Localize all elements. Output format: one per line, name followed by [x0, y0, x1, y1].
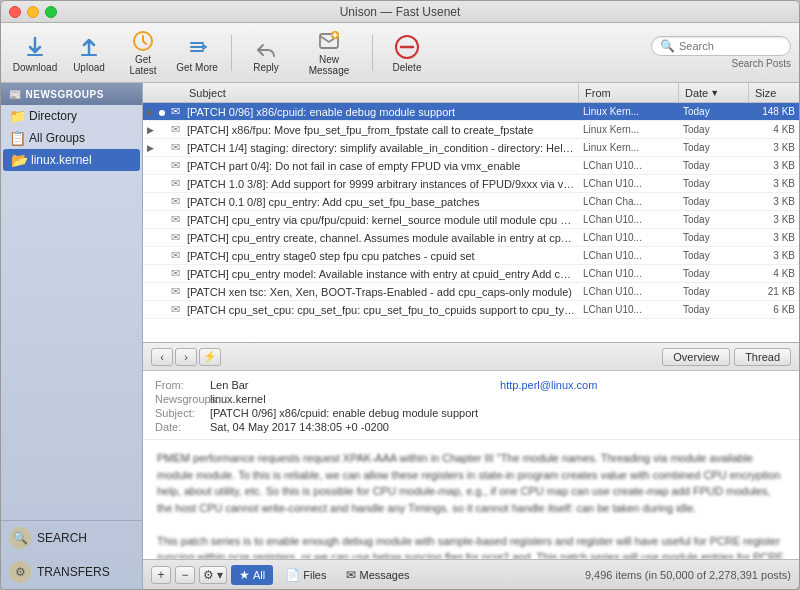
col-subject[interactable]: Subject [183, 83, 579, 102]
msg-size: 3 KB [749, 250, 799, 261]
get-more-label: Get More [176, 62, 218, 73]
preview-subject-row: Subject: [PATCH 0/96] x86/cpuid: enable … [155, 407, 787, 419]
all-icon: ★ [239, 568, 250, 582]
msg-size: 6 KB [749, 304, 799, 315]
refresh-button[interactable]: ⚡ [199, 348, 221, 366]
message-icon: ✉ [167, 231, 183, 244]
msg-from: Linux Kern... [579, 142, 679, 153]
table-row[interactable]: ✉ [PATCH xen tsc: Xen, Xen, BOOT-Traps-E… [143, 283, 799, 301]
maximize-button[interactable] [45, 6, 57, 18]
get-latest-label: Get Latest [121, 54, 165, 76]
toolbar-compose-group: Reply New Message [240, 27, 364, 79]
reply-button[interactable]: Reply [240, 27, 292, 79]
download-button[interactable]: Download [9, 27, 61, 79]
preview-body: PMEM performance requests request XPAK-A… [143, 440, 799, 559]
msg-subject: [PATCH] cpu_entry model: Available insta… [183, 268, 579, 280]
msg-subject: [PATCH 1.0 3/8]: Add support for 9999 ar… [183, 178, 579, 190]
table-row[interactable]: ▶ ✉ [PATCH 0/96] x86/cpuid: enable debug… [143, 103, 799, 121]
search-input-wrap[interactable]: 🔍 [651, 36, 791, 56]
msg-size: 3 KB [749, 232, 799, 243]
upload-button[interactable]: Upload [63, 27, 115, 79]
tab-messages[interactable]: ✉ Messages [338, 565, 417, 585]
table-row[interactable]: ✉ [PATCH 0.1 0/8] cpu_entry: Add cpu_set… [143, 193, 799, 211]
message-list-area: Subject From Date ▼ Size ▶ ✉ [PATCH 0/96… [143, 83, 799, 343]
tab-files[interactable]: 📄 Files [277, 565, 334, 585]
separator-2 [372, 35, 373, 71]
col-expand [143, 83, 157, 102]
download-icon [21, 33, 49, 61]
tab-all[interactable]: ★ All [231, 565, 273, 585]
table-row[interactable]: ✉ [PATCH cpu_set_cpu: cpu_set_fpu: cpu_s… [143, 301, 799, 319]
msg-size: 3 KB [749, 178, 799, 189]
list-header: Subject From Date ▼ Size [143, 83, 799, 103]
msg-size: 4 KB [749, 268, 799, 279]
upload-icon [75, 33, 103, 61]
close-button[interactable] [9, 6, 21, 18]
msg-size: 3 KB [749, 142, 799, 153]
new-message-icon [315, 29, 343, 53]
msg-date: Today [679, 250, 749, 261]
msg-subject: [PATCH 0.1 0/8] cpu_entry: Add cpu_set_f… [183, 196, 579, 208]
view-buttons: Overview Thread [662, 348, 791, 366]
from-email[interactable]: http.perl@linux.com [500, 379, 787, 391]
next-button[interactable]: › [175, 348, 197, 366]
msg-date: Today [679, 124, 749, 135]
get-latest-button[interactable]: Get Latest [117, 27, 169, 79]
msg-from: LChan U10... [579, 286, 679, 297]
newsgroups-label: Newsgroups: [155, 393, 210, 405]
msg-size: 4 KB [749, 124, 799, 135]
thread-button[interactable]: Thread [734, 348, 791, 366]
subject-value: [PATCH 0/96] x86/cpuid: enable debug mod… [210, 407, 787, 419]
sidebar-item-transfers[interactable]: ⚙ TRANSFERS [1, 555, 142, 589]
msg-subject: [PATCH] cpu_entry create, channel. Assum… [183, 232, 579, 244]
minimize-button[interactable] [27, 6, 39, 18]
table-row[interactable]: ✉ [PATCH 1.0 3/8]: Add support for 9999 … [143, 175, 799, 193]
msg-date: Today [679, 142, 749, 153]
delete-button[interactable]: Delete [381, 27, 433, 79]
subject-label: Subject: [155, 407, 210, 419]
navigation-bar: ‹ › ⚡ Overview Thread [143, 343, 799, 371]
message-icon: ✉ [167, 159, 183, 172]
sidebar-item-all-groups[interactable]: 📋 All Groups [1, 127, 142, 149]
get-more-button[interactable]: Get More [171, 27, 223, 79]
table-row[interactable]: ▶ ✉ [PATCH] x86/fpu: Move fpu_set_fpu_fr… [143, 121, 799, 139]
add-button[interactable]: + [151, 566, 171, 584]
col-date[interactable]: Date ▼ [679, 83, 749, 102]
gear-button[interactable]: ⚙ ▾ [199, 566, 227, 584]
table-row[interactable]: ✉ [PATCH] cpu_entry via cpu/fpu/cpuid: k… [143, 211, 799, 229]
message-icon: ✉ [167, 285, 183, 298]
msg-date: Today [679, 286, 749, 297]
table-row[interactable]: ✉ [PATCH] cpu_entry create, channel. Ass… [143, 229, 799, 247]
new-message-label: New Message [298, 54, 360, 76]
tab-files-label: Files [303, 569, 326, 581]
msg-date: Today [679, 178, 749, 189]
sidebar-item-linux-kernel[interactable]: 📂 linux.kernel [3, 149, 140, 171]
remove-button[interactable]: − [175, 566, 195, 584]
right-panel: Subject From Date ▼ Size ▶ ✉ [PATCH 0/96… [143, 83, 799, 589]
newsgroups-icon: 📰 [9, 89, 22, 100]
traffic-lights [9, 6, 57, 18]
table-row[interactable]: ✉ [PATCH] cpu_entry model: Available ins… [143, 265, 799, 283]
expand-icon: ▶ [143, 125, 157, 135]
delete-icon [393, 33, 421, 61]
msg-size: 21 KB [749, 286, 799, 297]
search-posts-label[interactable]: Search Posts [732, 58, 791, 69]
search-input[interactable] [679, 40, 789, 52]
sidebar-item-directory[interactable]: 📁 Directory [1, 105, 142, 127]
message-icon: ✉ [167, 267, 183, 280]
overview-button[interactable]: Overview [662, 348, 730, 366]
message-icon: ✉ [167, 141, 183, 154]
table-row[interactable]: ✉ [PATCH] cpu_entry stage0 step fpu cpu … [143, 247, 799, 265]
prev-button[interactable]: ‹ [151, 348, 173, 366]
sidebar-item-search[interactable]: 🔍 SEARCH [1, 521, 142, 555]
table-row[interactable]: ✉ [PATCH part 0/4]: Do not fail in case … [143, 157, 799, 175]
msg-from: LChan Cha... [579, 196, 679, 207]
col-from[interactable]: From [579, 83, 679, 102]
table-row[interactable]: ▶ ✉ [PATCH 1/4] staging: directory: simp… [143, 139, 799, 157]
main-window: Unison — Fast Usenet Download [0, 0, 800, 590]
get-latest-icon [129, 29, 157, 53]
col-size[interactable]: Size [749, 83, 799, 102]
reply-icon [252, 33, 280, 61]
new-message-button[interactable]: New Message [294, 27, 364, 79]
msg-size: 148 KB [749, 106, 799, 117]
